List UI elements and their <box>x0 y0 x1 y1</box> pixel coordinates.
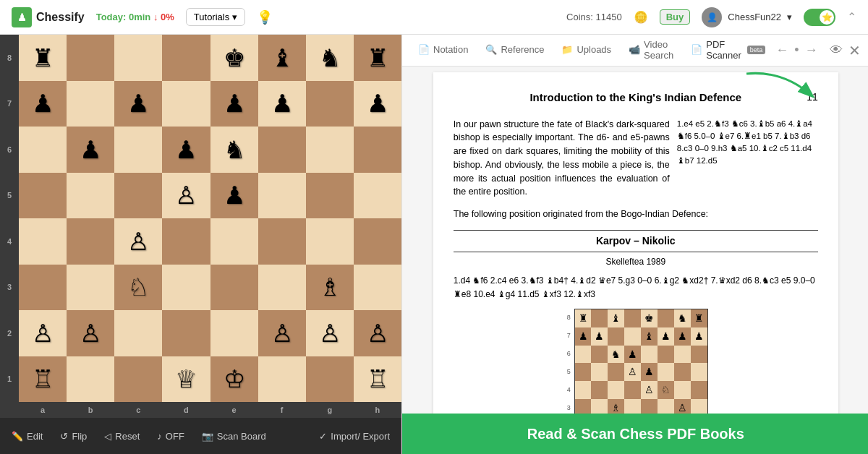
scan-board-button[interactable]: 📷 Scan Board <box>202 431 266 442</box>
tab-video-search[interactable]: 📹 Video Search <box>621 33 681 68</box>
board-cell[interactable] <box>114 356 162 403</box>
board-cell[interactable] <box>67 265 114 311</box>
nav-back-button[interactable]: ← <box>775 43 788 58</box>
board-cell[interactable]: ♙ <box>354 310 401 356</box>
tab-uploads[interactable]: 📁 Uploads <box>554 38 618 62</box>
scan-cta-button[interactable]: Read & Scan Chess PDF Books <box>402 414 868 454</box>
board-cell[interactable] <box>114 35 162 81</box>
board-cell[interactable]: ♟ <box>210 81 258 127</box>
board-cell[interactable] <box>19 265 67 311</box>
board-cell[interactable]: ♟ <box>162 127 210 173</box>
tab-notation[interactable]: 📄 Notation <box>411 38 475 62</box>
mini-board-cell[interactable] <box>591 346 608 364</box>
edit-button[interactable]: ✏️ Edit <box>12 431 43 442</box>
board-cell[interactable]: ♟ <box>258 81 306 127</box>
theme-toggle[interactable]: ⭐ <box>804 9 835 26</box>
board-cell[interactable] <box>258 218 306 265</box>
board-cell[interactable] <box>162 81 210 127</box>
board-cell[interactable] <box>67 35 114 81</box>
board-cell[interactable] <box>306 218 354 265</box>
mini-board-cell[interactable] <box>691 381 707 399</box>
nav-forward-button[interactable]: → <box>805 43 818 58</box>
board-cell[interactable] <box>210 218 258 265</box>
board-cell[interactable] <box>162 218 210 265</box>
board-cell[interactable]: ♙ <box>258 310 306 356</box>
board-cell[interactable]: ♜ <box>19 35 67 81</box>
tutorials-button[interactable]: Tutorials ▾ <box>186 8 245 26</box>
mini-board-cell[interactable]: ♞ <box>608 346 624 364</box>
mini-board-cell[interactable]: ♞ <box>674 309 691 327</box>
mini-board-cell[interactable] <box>608 363 624 381</box>
board-cell[interactable]: ♙ <box>162 173 210 219</box>
mini-board-cell[interactable] <box>658 346 674 364</box>
mini-board-cell[interactable]: ♜ <box>575 309 592 327</box>
hint-icon[interactable]: 💡 <box>257 9 273 25</box>
board-cell[interactable] <box>19 218 67 265</box>
mini-board-cell[interactable]: ♟ <box>691 327 707 346</box>
mini-board-cell[interactable] <box>658 363 674 381</box>
buy-button[interactable]: Buy <box>660 9 691 25</box>
mini-board-cell[interactable]: ♚ <box>641 309 658 327</box>
mini-board-cell[interactable] <box>591 309 608 327</box>
board-cell[interactable] <box>210 310 258 356</box>
mini-board-cell[interactable] <box>674 363 691 381</box>
board-cell[interactable] <box>162 265 210 311</box>
mini-board-cell[interactable]: ♙ <box>641 381 658 399</box>
board-cell[interactable] <box>354 173 401 219</box>
mini-board-cell[interactable] <box>608 327 624 346</box>
collapse-button[interactable]: ⌃ <box>847 10 856 24</box>
board-cell[interactable] <box>67 218 114 265</box>
mini-board-cell[interactable] <box>691 346 707 364</box>
mini-board-cell[interactable]: ♝ <box>641 327 658 346</box>
mini-board-cell[interactable]: ♟ <box>674 327 691 346</box>
import-export-button[interactable]: ✓ Import/ Export <box>319 431 390 442</box>
mini-board-cell[interactable] <box>624 327 641 346</box>
board-cell[interactable] <box>19 173 67 219</box>
board-cell[interactable] <box>19 127 67 173</box>
board-cell[interactable]: ♟ <box>114 81 162 127</box>
mini-board-cell[interactable] <box>608 381 624 399</box>
mini-board-cell[interactable] <box>591 381 608 399</box>
mini-board-cell[interactable] <box>624 309 641 327</box>
mini-board-cell[interactable]: ♟ <box>575 327 592 346</box>
pdf-content[interactable]: 11 Introduction to the King's Indian Def… <box>402 67 868 454</box>
board-cell[interactable] <box>258 127 306 173</box>
mini-board-cell[interactable] <box>575 381 592 399</box>
mini-board-cell[interactable] <box>641 346 658 364</box>
mini-board-cell[interactable] <box>691 363 707 381</box>
board-cell[interactable]: ♙ <box>19 310 67 356</box>
sound-button[interactable]: ♪ OFF <box>157 431 184 442</box>
board-cell[interactable] <box>67 81 114 127</box>
mini-board-cell[interactable] <box>591 363 608 381</box>
board-cell[interactable] <box>258 173 306 219</box>
board-cell[interactable] <box>354 127 401 173</box>
board-cell[interactable]: ♟ <box>354 81 401 127</box>
board-cell[interactable] <box>306 127 354 173</box>
board-cell[interactable]: ♜ <box>354 35 401 81</box>
mini-board-cell[interactable]: ♜ <box>691 309 707 327</box>
mini-board-cell[interactable]: ♟ <box>641 363 658 381</box>
board-cell[interactable]: ♘ <box>114 265 162 311</box>
board-cell[interactable]: ♞ <box>306 35 354 81</box>
board-cell[interactable] <box>258 265 306 311</box>
mini-board-cell[interactable]: ♟ <box>658 327 674 346</box>
board-cell[interactable]: ♔ <box>210 356 258 403</box>
board-cell[interactable] <box>162 35 210 81</box>
board-cell[interactable]: ♙ <box>67 310 114 356</box>
board-cell[interactable] <box>258 356 306 403</box>
reset-button[interactable]: ◁ Reset <box>104 431 140 442</box>
board-cell[interactable]: ♟ <box>210 173 258 219</box>
mini-board-cell[interactable]: ♟ <box>591 327 608 346</box>
view-icon[interactable]: 👁 <box>830 43 843 58</box>
board-cell[interactable] <box>67 356 114 403</box>
board-cell[interactable]: ♚ <box>210 35 258 81</box>
board-cell[interactable]: ♟ <box>19 81 67 127</box>
board-cell[interactable] <box>114 127 162 173</box>
mini-board-cell[interactable]: ♘ <box>658 381 674 399</box>
board-cell[interactable]: ♖ <box>354 356 401 403</box>
mini-board-cell[interactable]: ♙ <box>624 363 641 381</box>
board-cell[interactable]: ♖ <box>19 356 67 403</box>
board-cell[interactable]: ♙ <box>114 218 162 265</box>
mini-board-cell[interactable]: ♟ <box>624 346 641 364</box>
board-cell[interactable] <box>162 310 210 356</box>
